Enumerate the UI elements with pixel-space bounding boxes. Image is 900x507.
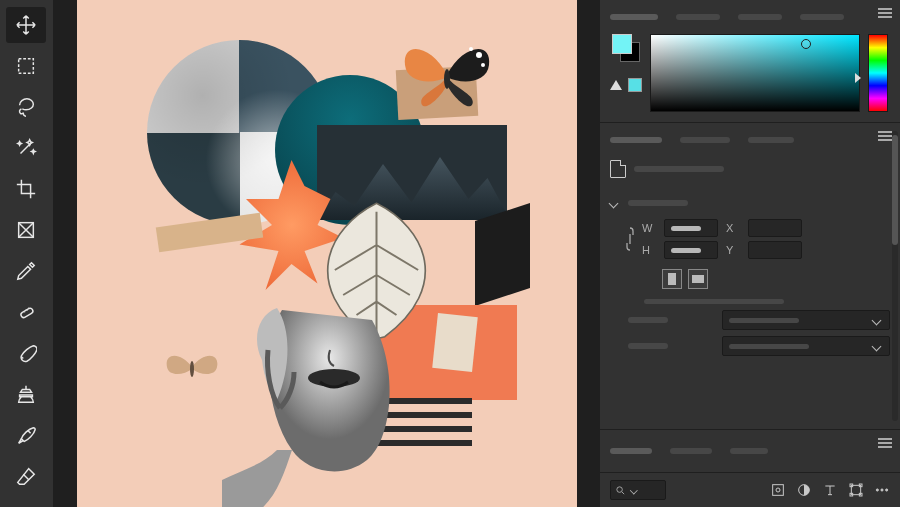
- properties-panel-tabs: [610, 129, 890, 151]
- layer-search[interactable]: [610, 480, 666, 500]
- lasso-tool[interactable]: [6, 89, 46, 125]
- move-tool[interactable]: [6, 7, 46, 43]
- svg-rect-2: [20, 307, 34, 318]
- properties-panel: W X H Y: [600, 123, 900, 430]
- svg-rect-10: [773, 485, 784, 496]
- mode-dropdown[interactable]: [722, 336, 890, 356]
- document-name-label: [634, 166, 724, 172]
- type-icon[interactable]: [822, 482, 838, 498]
- svg-point-11: [776, 488, 780, 492]
- document-icon: [610, 160, 626, 178]
- chevron-down-icon: [873, 317, 883, 324]
- collage-butterfly: [397, 35, 497, 110]
- properties-tab[interactable]: [680, 137, 730, 143]
- collage-moth: [162, 345, 222, 390]
- frame-tool[interactable]: [6, 212, 46, 248]
- chevron-down-icon[interactable]: [610, 200, 620, 207]
- width-label: W: [642, 222, 656, 234]
- property-label: [644, 299, 784, 304]
- svg-point-6: [444, 69, 450, 89]
- svg-point-5: [481, 63, 485, 67]
- transform-section-label: [628, 200, 688, 206]
- layers-footer: [600, 473, 900, 507]
- svg-point-18: [876, 489, 878, 491]
- link-dimensions-icon[interactable]: [624, 226, 636, 252]
- panel-tab[interactable]: [730, 448, 768, 454]
- panel-menu-icon[interactable]: [878, 438, 892, 448]
- dropdown-label: [628, 317, 668, 323]
- color-picker-indicator[interactable]: [801, 39, 811, 49]
- crop-tool[interactable]: [6, 171, 46, 207]
- svg-point-8: [308, 369, 360, 387]
- magic-wand-tool[interactable]: [6, 130, 46, 166]
- color-spectrum[interactable]: [650, 34, 860, 112]
- resolution-dropdown[interactable]: [722, 310, 890, 330]
- orientation-landscape-button[interactable]: [688, 269, 708, 289]
- color-tab[interactable]: [800, 14, 844, 20]
- link-layers-icon[interactable]: [770, 482, 786, 498]
- collage-chip: [475, 203, 530, 306]
- color-tab[interactable]: [676, 14, 720, 20]
- collage-face: [222, 300, 442, 507]
- brush-tool[interactable]: [6, 335, 46, 371]
- chevron-down-icon: [873, 343, 883, 350]
- svg-point-19: [881, 489, 883, 491]
- color-panel-tabs: [610, 6, 890, 28]
- panel-tab[interactable]: [610, 448, 652, 454]
- color-tab-active[interactable]: [610, 14, 658, 20]
- panel-menu-icon[interactable]: [878, 8, 892, 18]
- chevron-down-icon: [631, 487, 639, 493]
- eraser-tool[interactable]: [6, 458, 46, 494]
- spectrum-expand-icon[interactable]: [855, 73, 861, 83]
- x-label: X: [726, 222, 740, 234]
- more-icon[interactable]: [874, 482, 890, 498]
- svg-rect-0: [19, 59, 34, 74]
- foreground-color-swatch[interactable]: [612, 34, 632, 54]
- properties-tab-active[interactable]: [610, 137, 662, 143]
- healing-brush-tool[interactable]: [6, 294, 46, 330]
- clone-stamp-tool[interactable]: [6, 376, 46, 412]
- svg-point-20: [886, 489, 888, 491]
- y-field[interactable]: [748, 241, 802, 259]
- panel-scrollbar[interactable]: [892, 131, 898, 421]
- height-label: H: [642, 244, 656, 256]
- scrollbar-thumb[interactable]: [892, 135, 898, 245]
- marquee-tool[interactable]: [6, 48, 46, 84]
- svg-point-4: [469, 47, 473, 51]
- right-panels: W X H Y: [600, 0, 900, 507]
- eyedropper-tool[interactable]: [6, 253, 46, 289]
- fg-bg-swatches[interactable]: [612, 34, 640, 62]
- properties-tab[interactable]: [748, 137, 794, 143]
- svg-point-9: [617, 486, 623, 492]
- tools-toolbar: [0, 0, 53, 507]
- hue-slider[interactable]: [868, 34, 888, 112]
- transform-icon[interactable]: [848, 482, 864, 498]
- canvas-area[interactable]: [53, 0, 600, 507]
- document-canvas[interactable]: [77, 0, 577, 507]
- orientation-buttons: [662, 269, 890, 289]
- y-label: Y: [726, 244, 740, 256]
- history-brush-tool[interactable]: [6, 417, 46, 453]
- x-field[interactable]: [748, 219, 802, 237]
- panel-tab[interactable]: [670, 448, 712, 454]
- color-tab[interactable]: [738, 14, 782, 20]
- orientation-portrait-button[interactable]: [662, 269, 682, 289]
- svg-point-7: [190, 361, 194, 377]
- layer-style-icon[interactable]: [796, 482, 812, 498]
- color-panel: [600, 0, 900, 123]
- last-color-swatch[interactable]: [628, 78, 642, 92]
- svg-point-3: [476, 52, 482, 58]
- collapsed-panel: [600, 430, 900, 473]
- width-field[interactable]: [664, 219, 718, 237]
- no-color-icon[interactable]: [610, 80, 622, 90]
- dropdown-label: [628, 343, 668, 349]
- panel-menu-icon[interactable]: [878, 131, 892, 141]
- height-field[interactable]: [664, 241, 718, 259]
